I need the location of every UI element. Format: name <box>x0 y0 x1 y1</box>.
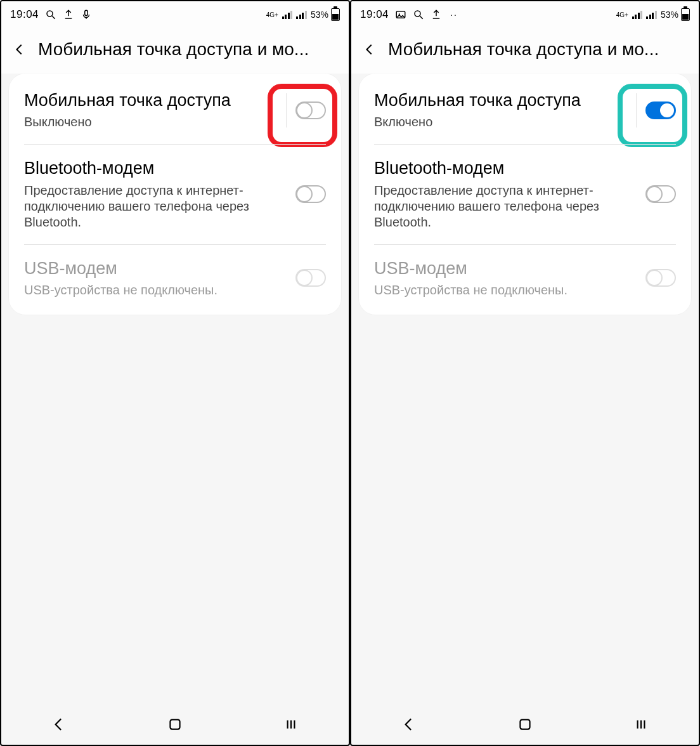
svg-rect-11 <box>520 719 529 729</box>
row-subtitle: USB-устройства не подключены. <box>374 282 638 298</box>
svg-rect-3 <box>170 719 179 729</box>
row-bluetooth-tether[interactable]: Bluetooth-модем Предоставление доступа к… <box>9 144 341 244</box>
status-bar: 19:04 ·· 4G+ 53% <box>351 1 699 28</box>
search-icon <box>413 9 424 20</box>
mic-icon <box>81 9 92 20</box>
battery-icon <box>331 8 340 21</box>
square-icon <box>167 716 183 733</box>
search-icon <box>45 9 56 20</box>
signal-icon <box>282 10 293 19</box>
usb-toggle <box>295 269 326 287</box>
battery-pct: 53% <box>661 10 678 20</box>
svg-line-10 <box>420 16 423 19</box>
hotspot-toggle[interactable] <box>295 101 326 119</box>
row-title: USB-модем <box>24 258 288 278</box>
nav-recents-button[interactable] <box>633 716 649 735</box>
more-icon: ·· <box>448 9 460 20</box>
image-icon <box>395 9 406 20</box>
battery-icon <box>681 8 690 21</box>
chevron-left-icon <box>13 43 27 56</box>
row-title: Bluetooth-модем <box>374 158 638 178</box>
phone-screen-left: 19:04 4G+ 53% Мобильная точка доступа и … <box>0 0 350 746</box>
bluetooth-toggle[interactable] <box>295 185 326 203</box>
row-mobile-hotspot[interactable]: Мобильная точка доступа Включено <box>359 76 691 144</box>
battery-pct: 53% <box>311 10 328 20</box>
chevron-left-icon <box>363 43 377 56</box>
svg-point-0 <box>47 11 53 16</box>
row-title: Мобильная точка доступа <box>374 90 626 110</box>
row-subtitle: USB-устройства не подключены. <box>24 282 288 298</box>
row-subtitle: Включено <box>374 114 626 130</box>
row-subtitle: Предоставление доступа к интернет-подклю… <box>24 183 288 230</box>
row-title: USB-модем <box>374 258 638 278</box>
usb-toggle <box>645 269 676 287</box>
status-time: 19:04 <box>360 8 389 21</box>
upload-icon <box>431 9 442 20</box>
row-title: Мобильная точка доступа <box>24 90 276 110</box>
battery-indicator: 53% <box>661 8 690 21</box>
three-bars-icon <box>633 716 649 733</box>
page-header: Мобильная точка доступа и мо... <box>1 28 349 74</box>
row-subtitle: Выключено <box>24 114 276 130</box>
row-usb-tether: USB-модем USB-устройства не подключены. <box>359 244 691 312</box>
bluetooth-toggle[interactable] <box>645 185 676 203</box>
page-title: Мобильная точка доступа и мо... <box>388 39 690 60</box>
svg-rect-2 <box>85 10 88 15</box>
system-nav-bar <box>1 709 349 745</box>
divider-vertical <box>636 93 637 128</box>
signal-icon <box>646 10 657 19</box>
divider-vertical <box>286 93 287 128</box>
nav-recents-button[interactable] <box>283 716 299 735</box>
row-subtitle: Предоставление доступа к интернет-подклю… <box>374 183 638 230</box>
back-button[interactable] <box>10 40 29 59</box>
row-title: Bluetooth-модем <box>24 158 288 178</box>
row-mobile-hotspot[interactable]: Мобильная точка доступа Выключено <box>9 76 341 144</box>
three-bars-icon <box>283 716 299 733</box>
settings-card: Мобильная точка доступа Выключено Blueto… <box>9 74 341 315</box>
svg-point-9 <box>415 11 420 16</box>
nav-home-button[interactable] <box>517 716 533 735</box>
row-bluetooth-tether[interactable]: Bluetooth-модем Предоставление доступа к… <box>359 144 691 244</box>
network-type: 4G+ <box>266 12 278 18</box>
status-bar: 19:04 4G+ 53% <box>1 1 349 28</box>
nav-back-button[interactable] <box>401 716 417 735</box>
status-time: 19:04 <box>10 8 39 21</box>
signal-icon <box>296 10 307 19</box>
row-usb-tether: USB-модем USB-устройства не подключены. <box>9 244 341 312</box>
chevron-left-icon <box>51 716 67 733</box>
signal-icon <box>632 10 643 19</box>
nav-back-button[interactable] <box>51 716 67 735</box>
chevron-left-icon <box>401 716 417 733</box>
page-header: Мобильная точка доступа и мо... <box>351 28 699 74</box>
square-icon <box>517 716 533 733</box>
system-nav-bar <box>351 709 699 745</box>
page-title: Мобильная точка доступа и мо... <box>38 39 340 60</box>
svg-line-1 <box>52 16 55 19</box>
battery-indicator: 53% <box>311 8 340 21</box>
back-button[interactable] <box>360 40 379 59</box>
network-type: 4G+ <box>616 12 628 18</box>
upload-icon <box>63 9 74 20</box>
nav-home-button[interactable] <box>167 716 183 735</box>
phone-screen-right: 19:04 ·· 4G+ 53% Мобильная точка доступа… <box>350 0 700 746</box>
hotspot-toggle[interactable] <box>645 101 676 119</box>
settings-card: Мобильная точка доступа Включено Bluetoo… <box>359 74 691 315</box>
